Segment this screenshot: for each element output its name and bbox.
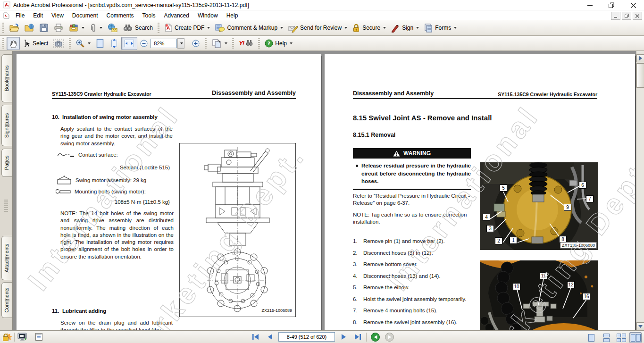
page-number-input[interactable]: 8-49 (512 of 620) — [278, 332, 335, 342]
attach-button[interactable] — [87, 21, 105, 34]
page-display-dropdown[interactable] — [225, 42, 227, 44]
close-button[interactable] — [622, 0, 644, 10]
doc-minimize-button[interactable] — [611, 12, 620, 20]
help-dropdown[interactable] — [290, 42, 293, 44]
tab-signatures[interactable]: Signatures — [1, 105, 12, 146]
comment-markup-button[interactable]: Comment & Markup — [212, 21, 285, 34]
zoom-tool-button[interactable] — [73, 37, 93, 50]
tab-grip — [5, 77, 9, 80]
page-display-button[interactable] — [209, 37, 230, 50]
select-tool-button[interactable]: Select — [20, 37, 50, 50]
weight-label: Swing motor assembly: 29 kg — [75, 177, 146, 183]
tab-bookmarks[interactable]: Bookmarks — [1, 54, 12, 102]
forms-button[interactable]: Forms — [421, 21, 459, 34]
facing-layout-button[interactable] — [629, 332, 642, 343]
print-button[interactable] — [51, 21, 66, 34]
toolbar-grip[interactable] — [205, 38, 207, 49]
save-button[interactable] — [37, 21, 51, 34]
send-review-dropdown[interactable] — [344, 27, 347, 29]
next-page-button[interactable] — [338, 332, 349, 342]
vertical-scrollbar[interactable] — [636, 51, 644, 330]
toolbar-grip[interactable] — [2, 23, 4, 33]
sign-dropdown[interactable] — [416, 27, 419, 29]
open-button[interactable] — [7, 21, 22, 34]
tab-pages[interactable]: Pages — [1, 149, 12, 177]
yahoo-search-button[interactable]: Y! — [236, 38, 256, 49]
zoom-level-dropdown[interactable] — [177, 38, 184, 49]
create-pdf-label: Create PDF — [175, 25, 204, 31]
pane-toggle-button[interactable] — [636, 54, 644, 62]
hand-tool-button[interactable] — [7, 37, 20, 50]
menu-help[interactable]: Help — [222, 11, 243, 20]
tab-grip — [5, 161, 9, 164]
open-web-button[interactable] — [22, 21, 37, 34]
toolbar-grip[interactable] — [158, 23, 159, 33]
toolbar-grip[interactable] — [258, 38, 260, 49]
menu-tools[interactable]: Tools — [138, 11, 160, 20]
toolbar-grip[interactable] — [69, 38, 71, 49]
callout-3: 3 — [486, 225, 494, 232]
secure-button[interactable]: Secure — [350, 21, 388, 34]
organizer-button[interactable] — [66, 21, 87, 34]
continuous-facing-layout-button[interactable] — [615, 332, 627, 343]
last-page-button[interactable] — [352, 332, 363, 342]
tab-comments[interactable]: Comments — [1, 282, 12, 318]
menu-edit[interactable]: Edit — [29, 11, 47, 20]
toolbar-grip[interactable] — [2, 38, 4, 49]
fit-width-button[interactable] — [121, 37, 137, 50]
menu-view[interactable]: View — [47, 11, 68, 20]
document-icon — [3, 12, 9, 19]
next-view-button[interactable] — [384, 332, 395, 342]
torque-value: 108±5 N·m {11±0.5 kg} — [60, 199, 170, 205]
send-review-button[interactable]: Send for Review — [285, 21, 350, 34]
forms-dropdown[interactable] — [454, 27, 457, 29]
create-pdf-dropdown[interactable] — [207, 27, 210, 29]
document-pane[interactable]: SY115-135C9 Crawler Hydraulic Excavator … — [13, 51, 636, 330]
doc-restore-button[interactable] — [622, 12, 631, 20]
comment-markup-dropdown[interactable] — [280, 27, 283, 29]
restore-button[interactable] — [601, 0, 622, 10]
splitter-handle[interactable] — [4, 200, 8, 213]
tab-attachments[interactable]: Attachments — [1, 236, 12, 280]
sign-button[interactable]: Sign — [388, 21, 421, 34]
attach-dropdown[interactable] — [100, 27, 102, 29]
step-item: 3.Remove bottom cover. — [353, 261, 479, 267]
menu-comments[interactable]: Comments — [102, 11, 138, 20]
toolbar-grip[interactable] — [232, 38, 234, 49]
warning-rule — [353, 189, 471, 190]
scrollbar-thumb[interactable] — [636, 63, 644, 88]
zoom-tool-dropdown[interactable] — [88, 42, 91, 44]
fit-height-button[interactable] — [107, 36, 121, 50]
zoom-level-input[interactable]: 82% — [151, 39, 177, 48]
page-size-icon[interactable] — [35, 333, 43, 343]
first-page-button[interactable] — [250, 332, 261, 342]
step-text: Hoist the swivel joint assembly temporar… — [363, 296, 479, 302]
zoom-in-button[interactable] — [189, 37, 202, 50]
doc-close-button[interactable] — [633, 12, 642, 20]
menu-window[interactable]: Window — [193, 11, 222, 20]
window-title: Adobe Acrobat Professional - [scribd.vpd… — [13, 2, 249, 8]
create-pdf-button[interactable]: Create PDF — [162, 21, 212, 34]
scroll-down-button[interactable] — [636, 322, 644, 330]
previous-view-button[interactable] — [369, 332, 381, 342]
menu-advanced[interactable]: Advanced — [160, 11, 193, 20]
callout-5: 5 — [500, 184, 507, 192]
fit-page-button[interactable] — [93, 36, 107, 50]
continuous-layout-button[interactable] — [600, 332, 612, 343]
email-button[interactable] — [105, 21, 120, 34]
step-item: 8.Remove the swivel joint assembly (16). — [353, 319, 479, 325]
organizer-dropdown[interactable] — [82, 27, 84, 29]
search-button[interactable]: Search — [120, 22, 155, 34]
previous-page-button[interactable] — [264, 332, 276, 342]
help-button[interactable]: ?Help — [262, 37, 295, 50]
document-security-icon[interactable] — [2, 333, 12, 343]
secure-dropdown[interactable] — [383, 27, 386, 29]
menu-document[interactable]: Document — [68, 11, 102, 20]
single-page-layout-button[interactable] — [585, 332, 597, 343]
zoom-out-button[interactable] — [137, 37, 151, 50]
minimize-button[interactable] — [579, 0, 601, 10]
screen-view-icon[interactable] — [17, 333, 27, 343]
warning-triangle-icon — [393, 151, 400, 157]
snapshot-button[interactable] — [50, 37, 67, 50]
menu-file[interactable]: File — [11, 11, 29, 20]
